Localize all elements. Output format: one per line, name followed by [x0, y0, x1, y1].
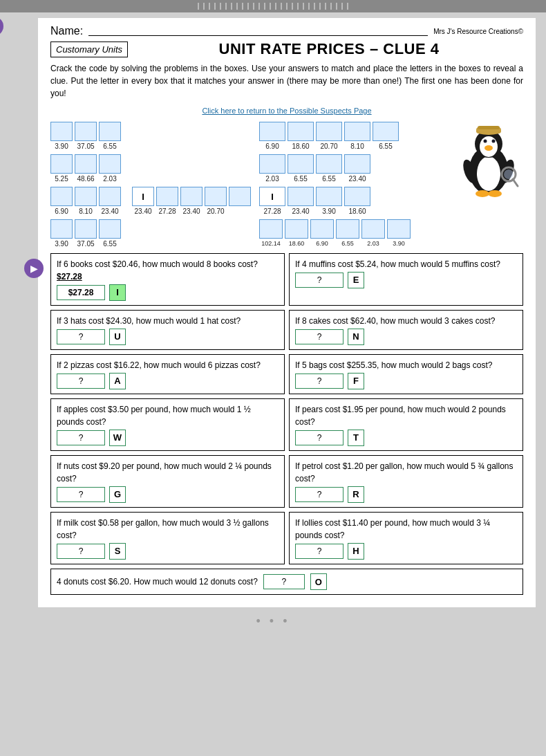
- num-label: 27.28: [259, 208, 285, 215]
- num-label: 6.55: [373, 142, 399, 150]
- answer-box-11[interactable]: ?: [57, 544, 105, 559]
- code-row-3-left: I 6.90 8.10 23.40 23.40 27.28 23.40: [50, 187, 251, 215]
- answer-box-12[interactable]: ?: [295, 544, 343, 559]
- answer-box-3[interactable]: ?: [57, 329, 105, 344]
- problem-card-7: If apples cost $3.50 per pound, how much…: [50, 398, 285, 451]
- suspects-link[interactable]: Click here to return to the Possible Sus…: [202, 107, 371, 115]
- problem-text-2: If 4 muffins cost $5.24, how much would …: [295, 258, 517, 270]
- answer-box-4[interactable]: ?: [295, 329, 343, 344]
- num-label: 23.40: [132, 208, 154, 215]
- num-label: 18.60: [344, 208, 370, 215]
- svg-rect-11: [478, 126, 500, 129]
- num-label: 6.55: [99, 240, 121, 248]
- answer-box-8[interactable]: ?: [295, 430, 343, 445]
- code-cell: [50, 219, 73, 239]
- num-label: 6.55: [336, 240, 359, 247]
- num-label: 23.40: [288, 208, 314, 215]
- svg-point-6: [484, 140, 487, 143]
- num-label: 18.60: [288, 142, 314, 150]
- num-label: 6.90: [259, 142, 285, 150]
- problems-grid: If 6 books cost $20.46, how much would 8…: [50, 253, 523, 564]
- problem-card-5: If 2 pizzas cost $16.22, how much would …: [50, 354, 285, 394]
- svg-point-18: [504, 169, 514, 179]
- letter-box-6: F: [348, 373, 364, 389]
- link-row[interactable]: Click here to return to the Possible Sus…: [50, 104, 523, 116]
- num-label: 3.90: [387, 240, 411, 247]
- num-label: 27.28: [156, 208, 178, 215]
- num-label: 8.10: [75, 208, 97, 215]
- code-cell: [310, 219, 334, 239]
- speaker-button-top[interactable]: ▶: [0, 17, 3, 36]
- bottom-problem-text: 4 donuts cost $6.20. How much would 12 d…: [57, 577, 258, 587]
- name-row: Name: Mrs J's Resource Creations©: [50, 25, 523, 37]
- num-label: 23.40: [344, 175, 370, 183]
- penguin-image: [454, 122, 523, 198]
- num-label: 3.90: [316, 208, 342, 215]
- num-label: 20.70: [205, 208, 227, 215]
- letter-box-4: N: [348, 329, 364, 345]
- problem-card-2: If 4 muffins cost $5.24, how much would …: [289, 253, 523, 306]
- num-label: 6.90: [310, 240, 334, 247]
- answer-box-9[interactable]: ?: [57, 487, 105, 502]
- letter-box-1: I: [109, 284, 126, 301]
- code-row-1-right: 6.90 18.60 20.70 8.10 6.55: [259, 122, 446, 150]
- problem-text-5: If 2 pizzas cost $16.22, how much would …: [57, 359, 279, 371]
- code-cell: [316, 154, 342, 174]
- svg-point-1: [477, 156, 500, 191]
- code-cell: [205, 187, 227, 206]
- problem-text-3: If 3 hats cost $24.30, how much would 1 …: [57, 315, 279, 327]
- problem-card-1: If 6 books cost $20.46, how much would 8…: [50, 253, 285, 306]
- code-cell: [180, 187, 203, 206]
- worksheet-page: Name: Mrs J's Resource Creations© Custom…: [38, 18, 536, 607]
- code-cell: [99, 154, 121, 174]
- code-cell: [75, 154, 97, 174]
- problem-card-9: If nuts cost $9.20 per pound, how much w…: [50, 455, 285, 508]
- code-cell: [373, 122, 399, 141]
- letter-box-3: U: [109, 329, 126, 345]
- penguin-svg: [458, 122, 520, 198]
- code-cell: [75, 219, 97, 239]
- num-label: 102.14: [259, 240, 283, 247]
- name-label: Name:: [50, 25, 83, 37]
- answer-box-6[interactable]: ?: [295, 374, 343, 389]
- code-cell: [50, 154, 73, 174]
- problem-card-8: If pears cost $1.95 per pound, how much …: [289, 398, 523, 451]
- code-cell: [99, 122, 121, 141]
- num-label: 5.25: [50, 175, 73, 183]
- code-cell: [316, 187, 342, 206]
- toolbar: [0, 0, 546, 12]
- code-cell: [99, 187, 121, 206]
- code-row-4-left: 3.90 37.05 6.55: [50, 219, 251, 248]
- speaker-button-problems[interactable]: ▶: [24, 259, 44, 278]
- svg-point-7: [492, 140, 496, 143]
- answer-box-7[interactable]: ?: [57, 430, 105, 445]
- bottom-answer-box[interactable]: ?: [263, 574, 305, 589]
- code-cell: [259, 122, 285, 141]
- letter-box-8: T: [348, 430, 364, 446]
- letter-box-2: E: [348, 272, 364, 288]
- bottom-area: [0, 629, 546, 756]
- code-cell: [259, 219, 283, 239]
- letter-box-5: A: [109, 373, 126, 389]
- answer-box-5[interactable]: ?: [57, 374, 105, 389]
- problem-text-7: If apples cost $3.50 per pound, how much…: [57, 403, 279, 428]
- code-cell: [99, 219, 121, 239]
- answer-box-1[interactable]: $27.28: [57, 285, 105, 300]
- num-label: 37.05: [75, 240, 97, 248]
- bottom-problem-card: 4 donuts cost $6.20. How much would 12 d…: [50, 569, 523, 595]
- problem-text-6: If 5 bags cost $255.35, how much would 2…: [295, 359, 517, 371]
- code-cell: [229, 187, 251, 206]
- letter-box-11: S: [109, 543, 126, 560]
- code-cell: [75, 187, 97, 206]
- num-label: 18.60: [285, 240, 308, 247]
- answer-box-2[interactable]: ?: [295, 273, 343, 288]
- code-cell: [361, 219, 385, 239]
- problem-card-6: If 5 bags cost $255.35, how much would 2…: [289, 354, 523, 394]
- speaker-icon-2: ▶: [30, 263, 38, 274]
- num-label: 2.03: [99, 175, 121, 183]
- answer-box-10[interactable]: ?: [295, 487, 343, 502]
- num-label: 6.55: [316, 175, 342, 183]
- problem-text-10: If petrol cost $1.20 per gallon, how muc…: [295, 460, 517, 485]
- code-cell-letter: I: [132, 187, 154, 206]
- problem-card-4: If 8 cakes cost $62.40, how much would 3…: [289, 310, 523, 350]
